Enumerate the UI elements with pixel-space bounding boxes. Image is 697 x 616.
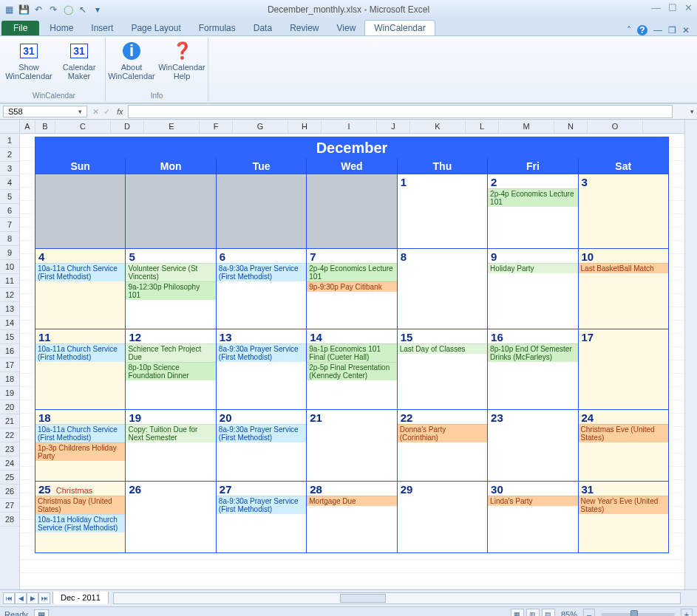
show-wincalendar-button[interactable]: 31 Show WinCalendar: [7, 39, 50, 81]
tab-review[interactable]: Review: [281, 21, 327, 35]
cancel-formula-icon[interactable]: ✕: [90, 107, 101, 117]
row-header[interactable]: 20: [0, 400, 19, 414]
calendar-day-cell[interactable]: 24Christmas Eve (United States): [579, 409, 668, 481]
row-header[interactable]: 12: [0, 288, 19, 302]
row-header[interactable]: 4: [0, 176, 19, 190]
undo-icon[interactable]: ↶: [33, 4, 44, 16]
maximize-button[interactable]: ☐: [668, 2, 677, 13]
expand-formula-icon[interactable]: ▾: [687, 108, 697, 115]
horizontal-scroll-thumb[interactable]: [340, 594, 386, 603]
row-header[interactable]: 3: [0, 162, 19, 176]
sheet-tab-active[interactable]: Dec - 2011: [52, 592, 109, 604]
column-header[interactable]: M: [499, 120, 554, 133]
tab-insert[interactable]: Insert: [82, 21, 122, 35]
accept-formula-icon[interactable]: ✓: [101, 107, 112, 117]
calendar-day-cell[interactable]: 21: [307, 409, 397, 481]
column-header[interactable]: D: [111, 120, 144, 133]
row-header[interactable]: 25: [0, 470, 19, 485]
tab-view[interactable]: View: [328, 21, 365, 35]
row-header[interactable]: 6: [0, 204, 19, 218]
calendar-event[interactable]: Donna's Party (Corinthian): [398, 424, 487, 442]
doc-restore-icon[interactable]: ❐: [668, 25, 676, 35]
row-header[interactable]: 26: [0, 485, 19, 499]
grid-body[interactable]: December SunMonTueWedThuFriSat 122p-4p E…: [20, 134, 684, 589]
calendar-event[interactable]: 2p-5p Final Presentation (Kennedy Center…: [307, 362, 396, 380]
row-header[interactable]: 10: [0, 260, 19, 274]
minimize-button[interactable]: —: [651, 2, 661, 13]
minimize-ribbon-icon[interactable]: ˄: [627, 25, 631, 35]
calendar-event[interactable]: Mortgage Due: [307, 496, 396, 506]
calendar-day-cell[interactable]: 3: [579, 174, 668, 248]
horizontal-scrollbar[interactable]: [113, 592, 681, 604]
calendar-event[interactable]: 10a-11a Holiday Church Service (First Me…: [35, 514, 125, 533]
column-header[interactable]: C: [55, 120, 111, 133]
calendar-day-cell[interactable]: 208a-9:30a Prayer Service (First Methodi…: [217, 409, 307, 481]
row-header[interactable]: 28: [0, 513, 19, 527]
calendar-day-cell[interactable]: 22Donna's Party (Corinthian): [398, 409, 488, 481]
help-icon[interactable]: ?: [637, 25, 647, 35]
save-icon[interactable]: 💾: [18, 4, 30, 16]
column-header[interactable]: G: [233, 120, 288, 133]
column-header[interactable]: N: [554, 120, 588, 133]
tab-home[interactable]: Home: [41, 21, 82, 35]
select-all-corner[interactable]: [0, 120, 19, 134]
calendar-event[interactable]: New Year's Eve (United States): [579, 496, 668, 514]
calendar-event[interactable]: Christmas Eve (United States): [579, 424, 668, 442]
calendar-event[interactable]: 8a-9:30a Prayer Service (First Methodist…: [217, 424, 306, 442]
calendar-day-cell[interactable]: [217, 174, 307, 248]
column-header[interactable]: J: [377, 120, 410, 133]
calendar-day-cell[interactable]: 12Schience Tech Project Due8p-10p Scienc…: [126, 329, 216, 409]
row-header[interactable]: 21: [0, 414, 19, 428]
calendar-day-cell[interactable]: 29: [398, 481, 488, 552]
calendar-event[interactable]: Schience Tech Project Due: [126, 343, 215, 362]
row-header[interactable]: 5: [0, 190, 19, 204]
page-break-view-button[interactable]: ▤: [542, 609, 555, 616]
calendar-event[interactable]: 9a-12:30p Philosophy 101: [126, 281, 215, 300]
close-button[interactable]: ✕: [684, 2, 693, 13]
calendar-event[interactable]: Last BasketBall Match: [579, 263, 668, 273]
calendar-day-cell[interactable]: 31New Year's Eve (United States): [579, 481, 668, 552]
calendar-day-cell[interactable]: 26: [126, 481, 216, 552]
row-header[interactable]: 14: [0, 316, 19, 330]
row-header[interactable]: 7: [0, 218, 19, 232]
calendar-event[interactable]: 8p-10p End Of Semester Drinks (McFarleys…: [488, 343, 577, 362]
calendar-event[interactable]: 9p-9:30p Pay Citibank: [307, 281, 396, 292]
calendar-event[interactable]: 8a-9:30a Prayer Service (First Methodist…: [217, 343, 306, 362]
calendar-day-cell[interactable]: 30Linda's Party: [488, 481, 578, 552]
calendar-event[interactable]: 10a-11a Church Service (First Methodist): [35, 343, 125, 362]
row-header[interactable]: 2: [0, 148, 19, 162]
calendar-day-cell[interactable]: 23: [488, 409, 578, 481]
calendar-event[interactable]: Last Day of Classes: [398, 343, 487, 354]
tab-data[interactable]: Data: [245, 21, 281, 35]
calendar-day-cell[interactable]: 410a-11a Church Service (First Methodist…: [35, 248, 126, 329]
calendar-event[interactable]: 9a-1p Economics 101 Final (Cueter Hall): [307, 343, 396, 362]
file-tab[interactable]: File: [1, 21, 39, 35]
calendar-event[interactable]: 8p-10p Science Foundation Dinner: [126, 362, 215, 380]
row-header[interactable]: 11: [0, 274, 19, 288]
row-header[interactable]: 15: [0, 330, 19, 344]
row-header[interactable]: 16: [0, 344, 19, 358]
calendar-event[interactable]: 8a-9:30a Prayer Service (First Methodist…: [217, 263, 306, 281]
row-header[interactable]: 17: [0, 358, 19, 372]
row-header[interactable]: 27: [0, 499, 19, 513]
calendar-event[interactable]: 8a-9:30a Prayer Service (First Methodist…: [217, 496, 306, 514]
calendar-day-cell[interactable]: 8: [398, 248, 488, 329]
calendar-day-cell[interactable]: 1110a-11a Church Service (First Methodis…: [35, 329, 126, 409]
column-header[interactable]: F: [200, 120, 233, 133]
pointer-icon[interactable]: ↖: [77, 4, 89, 16]
calendar-event[interactable]: 10a-11a Church Service (First Methodist): [35, 263, 125, 281]
calendar-day-cell[interactable]: 17: [579, 329, 668, 409]
calendar-day-cell[interactable]: 1: [398, 174, 488, 248]
calendar-day-cell[interactable]: 25 ChristmasChristmas Day (United States…: [35, 481, 126, 552]
tab-page-layout[interactable]: Page Layout: [122, 21, 189, 35]
column-header[interactable]: B: [35, 120, 55, 133]
about-wincalendar-button[interactable]: i About WinCalendar: [110, 39, 153, 81]
row-header[interactable]: 23: [0, 442, 19, 456]
calendar-day-cell[interactable]: 19Copy: Tuition Due for Next Semester: [126, 409, 216, 481]
qat-more-icon[interactable]: ▾: [92, 4, 103, 16]
row-header[interactable]: 22: [0, 428, 19, 442]
vertical-scrollbar[interactable]: [684, 120, 697, 589]
calendar-day-cell[interactable]: 68a-9:30a Prayer Service (First Methodis…: [217, 248, 307, 329]
calendar-event[interactable]: Volunteer Service (St Vincents): [126, 263, 215, 281]
calendar-day-cell[interactable]: 5Volunteer Service (St Vincents)9a-12:30…: [126, 248, 216, 329]
